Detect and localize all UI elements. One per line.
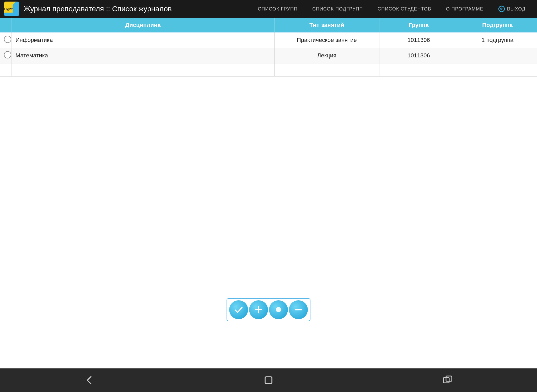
nav-about-button[interactable]: О ПРОГРАММЕ (439, 0, 491, 18)
add-icon (254, 305, 264, 315)
app-logo: Light (4, 2, 19, 16)
col-header-type: Тип занятий (274, 18, 379, 32)
bottom-toolbar-wrapper (227, 298, 310, 321)
back-button[interactable] (83, 373, 96, 387)
exit-label: ВЫХОД (507, 6, 525, 12)
delete-icon (293, 305, 303, 315)
recents-icon (441, 373, 454, 387)
confirm-icon (234, 305, 244, 315)
back-icon (83, 373, 96, 387)
svg-point-3 (276, 307, 281, 312)
empty-subgroup (458, 63, 537, 77)
row1-group: 1011306 (379, 32, 458, 48)
add-button[interactable] (249, 300, 268, 319)
row1-subgroup: 1 подгруппа (458, 32, 537, 48)
table-header-row: Дисциплина Тип занятий Группа Подгруппа (0, 18, 537, 32)
table-row[interactable]: Математика Лекция 1011306 (0, 48, 537, 63)
col-header-discipline: Дисциплина (12, 18, 275, 32)
row2-radio[interactable] (4, 51, 11, 58)
nav-students-button[interactable]: СПИСОК СТУДЕНТОВ (370, 0, 438, 18)
nav-subgroups-button[interactable]: СПИСОК ПОДГРУПП (305, 0, 370, 18)
main-content: Дисциплина Тип занятий Группа Подгруппа … (0, 18, 537, 368)
empty-group (379, 63, 458, 77)
row1-discipline[interactable]: Информатика (12, 32, 275, 48)
row2-subgroup (458, 48, 537, 63)
table-row[interactable]: Информатика Практическое занятие 1011306… (0, 32, 537, 48)
row1-radio[interactable] (4, 36, 11, 43)
app-title: Журнал преподавателя :: Список журналов (24, 5, 250, 13)
col-header-radio (0, 18, 12, 32)
edit-icon (273, 305, 283, 315)
table-row-empty (0, 63, 537, 77)
edit-button[interactable] (269, 300, 288, 319)
row2-group: 1011306 (379, 48, 458, 63)
row2-radio-cell[interactable] (0, 48, 12, 63)
svg-rect-5 (265, 377, 272, 384)
nav-groups-button[interactable]: СПИСОК ГРУПП (250, 0, 305, 18)
journals-table: Дисциплина Тип занятий Группа Подгруппа … (0, 18, 537, 77)
col-header-group: Группа (379, 18, 458, 32)
logo-top-text: Light (4, 7, 13, 11)
col-header-subgroup: Подгруппа (458, 18, 537, 32)
row2-discipline[interactable]: Математика (12, 48, 275, 63)
bottom-toolbar (227, 298, 310, 321)
delete-button[interactable] (289, 300, 308, 319)
title-bar: Light Журнал преподавателя :: Список жур… (0, 0, 537, 18)
nav-buttons: СПИСОК ГРУПП СПИСОК ПОДГРУПП СПИСОК СТУД… (250, 0, 533, 18)
confirm-button[interactable] (229, 300, 248, 319)
row1-type: Практическое занятие (274, 32, 379, 48)
empty-type (274, 63, 379, 77)
system-nav-bar (0, 368, 537, 392)
row1-radio-cell[interactable] (0, 32, 12, 48)
exit-icon (498, 6, 505, 12)
empty-radio-cell (0, 63, 12, 77)
nav-exit-button[interactable]: ВЫХОД (491, 0, 533, 18)
home-icon (262, 373, 275, 387)
row2-type: Лекция (274, 48, 379, 63)
home-button[interactable] (262, 373, 275, 387)
empty-discipline (12, 63, 275, 77)
recents-button[interactable] (441, 373, 454, 387)
